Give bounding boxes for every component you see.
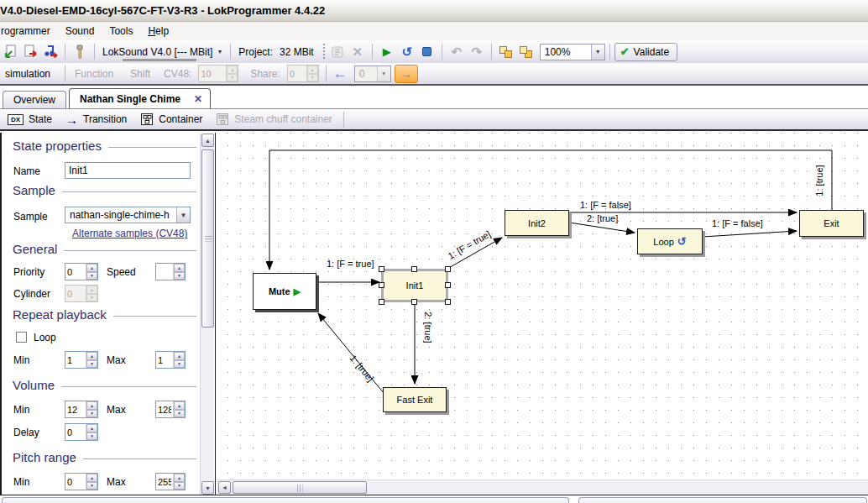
- alternate-samples-link[interactable]: Alternate samples (CV48): [72, 228, 187, 239]
- volume-max-value[interactable]: [156, 401, 173, 417]
- play-button[interactable]: ▶: [378, 43, 396, 61]
- scroll-up-button[interactable]: ▲: [201, 134, 214, 147]
- zoom-out-button[interactable]: [517, 43, 536, 61]
- step-forward-button[interactable]: →: [395, 65, 418, 83]
- spin-down-icon[interactable]: ▼: [86, 294, 97, 302]
- state-loop[interactable]: Loop ↺: [637, 228, 703, 254]
- simulation-label[interactable]: simulation: [5, 68, 50, 80]
- transition-label[interactable]: 1: [F = true]: [327, 259, 374, 269]
- spin-up-icon[interactable]: ▲: [174, 474, 185, 482]
- panel-scrollbar[interactable]: ▲ ▼: [200, 134, 214, 495]
- delay-stepper[interactable]: ▲▼: [65, 423, 98, 441]
- delete-button[interactable]: ✕: [348, 43, 367, 61]
- cv48-value[interactable]: [199, 65, 226, 81]
- selection-handle[interactable]: [379, 282, 384, 288]
- share-stepper[interactable]: ▲▼: [287, 65, 319, 82]
- spin-up-icon[interactable]: ▲: [174, 401, 185, 410]
- add-container-button[interactable]: Container: [134, 110, 208, 128]
- state-mute[interactable]: Mute ▶: [253, 273, 316, 310]
- spin-down-icon[interactable]: ▼: [307, 74, 318, 82]
- spin-down-icon[interactable]: ▼: [86, 432, 97, 441]
- spin-down-icon[interactable]: ▼: [174, 410, 185, 418]
- stop-button[interactable]: [418, 43, 437, 61]
- speed-stepper[interactable]: ▲▼: [155, 263, 186, 280]
- volume-min-value[interactable]: [65, 401, 86, 417]
- edit-cv-button[interactable]: [328, 43, 347, 61]
- priority-stepper[interactable]: ▲▼: [65, 263, 98, 280]
- spin-down-icon[interactable]: ▼: [86, 272, 97, 280]
- spin-down-icon[interactable]: ▼: [174, 272, 185, 280]
- spin-up-icon[interactable]: ▲: [86, 424, 97, 432]
- menu-help[interactable]: Help: [140, 23, 176, 39]
- read-project-button[interactable]: [1, 43, 19, 61]
- spin-up-icon[interactable]: ▲: [174, 352, 185, 360]
- add-steam-chuff-container-button[interactable]: Steam chuff container: [210, 110, 338, 128]
- repeat-min-value[interactable]: [65, 352, 86, 368]
- repeat-min-stepper[interactable]: ▲▼: [65, 351, 98, 369]
- redo-button[interactable]: ↷: [468, 43, 486, 61]
- repeat-max-value[interactable]: [156, 352, 173, 368]
- state-diagram-canvas[interactable]: 1: [F = true] 1: [F = true] 1: [F = fals…: [217, 133, 868, 479]
- write-project-button[interactable]: [21, 43, 39, 61]
- selection-handle[interactable]: [445, 266, 451, 272]
- menu-programmer[interactable]: rogrammer: [0, 23, 58, 39]
- loop-checkbox[interactable]: [16, 332, 27, 343]
- spin-up-icon[interactable]: ▲: [174, 264, 185, 272]
- repeat-max-stepper[interactable]: ▲▼: [155, 351, 186, 369]
- selection-handle[interactable]: [379, 299, 384, 305]
- pitch-min-value[interactable]: [65, 474, 86, 490]
- transition-label[interactable]: 1: [true]: [348, 353, 375, 383]
- zoom-in-button[interactable]: [497, 43, 515, 61]
- spin-up-icon[interactable]: ▲: [307, 65, 318, 74]
- transition-label[interactable]: 1: [F = false]: [712, 218, 763, 228]
- selection-handle[interactable]: [411, 299, 417, 305]
- spin-down-icon[interactable]: ▼: [86, 410, 97, 418]
- transition-label[interactable]: 2: [true]: [423, 312, 433, 343]
- speed-value[interactable]: [156, 264, 173, 280]
- spin-up-icon[interactable]: ▲: [86, 264, 97, 272]
- volume-min-stepper[interactable]: ▲▼: [65, 401, 98, 418]
- step-back-button[interactable]: ←: [333, 65, 348, 82]
- canvas-horizontal-scrollbar[interactable]: ◄: [217, 479, 868, 495]
- cv48-stepper[interactable]: ▲▼: [198, 65, 238, 82]
- loop-play-button[interactable]: ↺: [398, 43, 416, 61]
- delay-value[interactable]: [65, 424, 86, 440]
- tab-overview[interactable]: Overview: [3, 91, 66, 108]
- spin-up-icon[interactable]: ▲: [86, 401, 97, 410]
- transition-label[interactable]: 2: [true]: [587, 213, 618, 223]
- write-sound-button[interactable]: [41, 43, 60, 61]
- spin-up-icon[interactable]: ▲: [86, 352, 97, 360]
- pitch-min-stepper[interactable]: ▲▼: [65, 473, 98, 490]
- share-value[interactable]: [288, 65, 306, 81]
- tools-button[interactable]: [71, 43, 89, 61]
- pitch-max-value[interactable]: [156, 474, 173, 490]
- spin-up-icon[interactable]: ▲: [227, 65, 238, 74]
- function-button[interactable]: Function: [75, 68, 113, 80]
- spin-down-icon[interactable]: ▼: [174, 482, 185, 490]
- pitch-max-stepper[interactable]: ▲▼: [155, 473, 186, 490]
- selection-handle[interactable]: [411, 266, 417, 272]
- close-tab-icon[interactable]: ✕: [194, 93, 202, 105]
- sample-select[interactable]: nathan-single-chime-h ▼: [65, 207, 191, 223]
- spin-up-icon[interactable]: ▲: [86, 474, 97, 482]
- name-field[interactable]: [65, 162, 191, 179]
- state-exit[interactable]: Exit: [799, 210, 864, 237]
- shift-button[interactable]: Shift: [130, 68, 150, 80]
- validate-button[interactable]: ✔ Validate: [614, 43, 677, 61]
- state-init2[interactable]: Init2: [505, 210, 569, 236]
- scrollbar-thumb[interactable]: [201, 149, 214, 327]
- selection-handle[interactable]: [379, 266, 384, 272]
- spin-down-icon[interactable]: ▼: [86, 482, 97, 490]
- priority-value[interactable]: [65, 264, 86, 280]
- cylinder-value[interactable]: [65, 286, 86, 301]
- menu-sound[interactable]: Sound: [58, 23, 102, 39]
- undo-button[interactable]: ↶: [447, 43, 466, 61]
- add-state-button[interactable]: DX State: [2, 110, 58, 128]
- spin-down-icon[interactable]: ▼: [174, 360, 185, 369]
- scrollbar-thumb[interactable]: [233, 481, 367, 494]
- menu-tools[interactable]: Tools: [102, 23, 140, 39]
- spin-down-icon[interactable]: ▼: [86, 360, 97, 369]
- transition-label[interactable]: 1: [true]: [814, 165, 824, 196]
- scroll-left-button[interactable]: ◄: [218, 481, 231, 494]
- step-select[interactable]: 0 ▼: [354, 65, 391, 82]
